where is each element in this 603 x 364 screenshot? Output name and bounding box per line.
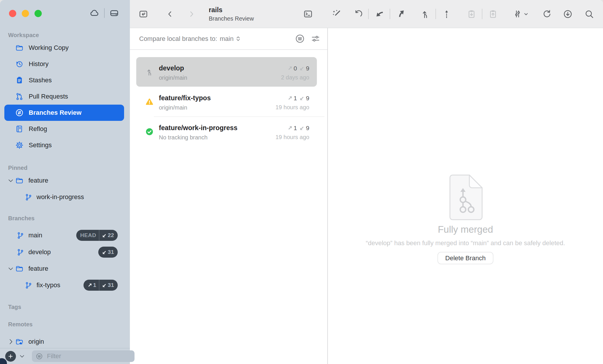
sidebar: Workspace Working Copy History Stashes P…: [0, 0, 130, 364]
zoom-window-button[interactable]: [34, 10, 42, 17]
close-window-button[interactable]: [9, 10, 16, 17]
merge-button[interactable]: [418, 7, 432, 21]
head-label: HEAD: [80, 232, 96, 239]
window-controls: [9, 10, 42, 17]
sidebar-item-pull-requests[interactable]: Pull Requests: [4, 88, 124, 105]
refresh-button[interactable]: [540, 7, 554, 21]
warning-icon: [145, 97, 154, 106]
compare-branch-select[interactable]: main: [220, 35, 241, 43]
back-button[interactable]: [163, 7, 177, 21]
sidebar-branch-main[interactable]: main HEAD 22: [0, 227, 130, 244]
fetch-button[interactable]: [561, 7, 575, 21]
chevron-down-icon[interactable]: [7, 265, 14, 272]
branch-icon: [16, 248, 25, 256]
sidebar-footer: [0, 348, 130, 364]
compare-bar: Compare local branches to: main: [130, 28, 327, 50]
workspace-section-header: Workspace: [0, 30, 130, 40]
sidebar-item-label: Settings: [29, 141, 52, 149]
unstash-button[interactable]: [486, 7, 500, 21]
branch-icon: [16, 231, 25, 240]
push-button[interactable]: [394, 7, 408, 21]
terminal-icon: [303, 9, 313, 19]
sidebar-item-stashes[interactable]: Stashes: [4, 72, 124, 88]
folder-icon: [15, 264, 24, 273]
pinned-branch-work-in-progress[interactable]: work-in-progress: [0, 189, 130, 205]
unstash-icon: [488, 9, 498, 19]
branch-icon: [24, 193, 33, 201]
search-icon: [584, 9, 594, 19]
terminal-button[interactable]: [301, 7, 315, 21]
filter-circle-icon[interactable]: [295, 33, 305, 44]
minimize-window-button[interactable]: [22, 10, 29, 17]
sidebar-filter-field[interactable]: [32, 350, 135, 362]
badge-divider: [99, 280, 99, 291]
sidebar-item-label: History: [29, 60, 48, 68]
tracking-branch: origin/main: [159, 104, 211, 111]
display-options-button[interactable]: [511, 7, 531, 21]
wand-button[interactable]: [329, 7, 343, 21]
sidebar-branch-develop[interactable]: develop 31: [0, 244, 130, 261]
sidebar-item-reflog[interactable]: Reflog: [4, 121, 124, 137]
select-updown-icon: [235, 35, 241, 43]
sidebar-item-working-copy[interactable]: Working Copy: [4, 40, 124, 56]
branch-label: work-in-progress: [37, 193, 84, 201]
branch-document-icon: [448, 174, 483, 221]
sidebar-item-history[interactable]: History: [4, 56, 124, 72]
pull-button[interactable]: [372, 7, 386, 21]
repo-switcher-icon: [138, 9, 148, 19]
branch-icon: [24, 281, 33, 290]
filter-input[interactable]: [46, 352, 131, 360]
repo-title: rails: [209, 6, 254, 14]
behind-arrow-icon: [102, 233, 107, 238]
app-window: Workspace Working Copy History Stashes P…: [0, 0, 603, 364]
merged-state-title: Fully merged: [438, 224, 493, 235]
branch-row-work-in-progress[interactable]: feature/work-in-progress No tracking bra…: [136, 117, 317, 146]
cloud-icon[interactable]: [89, 8, 100, 18]
branch-badge: 1 31: [83, 280, 118, 291]
repo-switcher-button[interactable]: [136, 7, 150, 21]
remotes-section-header: Remotes: [0, 320, 130, 329]
folder-label: feature: [28, 177, 48, 184]
main-area: rails Branches Review: [130, 0, 603, 364]
pinned-folder-feature[interactable]: feature: [0, 172, 130, 189]
sidebar-item-branches-review[interactable]: Branches Review: [4, 105, 124, 121]
sidebar-nav: Workspace Working Copy History Stashes P…: [0, 28, 130, 348]
undo-button[interactable]: [351, 7, 365, 21]
add-button[interactable]: [5, 351, 16, 362]
ahead-arrow-icon: [287, 125, 293, 131]
tracking-branch: origin/main: [159, 74, 187, 81]
last-updated: 19 hours ago: [275, 134, 309, 141]
merged-state-message: “develop” has been fully merged into “ma…: [360, 239, 571, 247]
pinned-section-header: Pinned: [0, 163, 130, 172]
stash-button[interactable]: [464, 7, 478, 21]
sidebar-item-settings[interactable]: Settings: [4, 137, 124, 153]
history-icon: [15, 60, 24, 68]
chevron-down-icon[interactable]: [7, 177, 14, 184]
ahead-count: 1: [93, 282, 96, 288]
ahead-arrow-icon: [87, 283, 92, 288]
branch-row-fix-typos[interactable]: feature/fix-typos origin/main 1 9: [136, 87, 317, 117]
behind-arrow-icon: [102, 283, 107, 288]
ahead-behind-counts: 1 9: [287, 125, 309, 132]
ahead-count: 0: [294, 65, 297, 72]
rebase-button[interactable]: [439, 7, 453, 21]
behind-arrow-icon: [299, 66, 305, 71]
forward-button[interactable]: [184, 7, 198, 21]
search-button[interactable]: [582, 7, 596, 21]
stash-icon: [466, 9, 477, 19]
delete-branch-button[interactable]: Delete Branch: [437, 252, 493, 264]
toolbar-divider: [390, 9, 390, 19]
stashes-icon: [15, 76, 24, 85]
remote-origin[interactable]: origin: [0, 334, 130, 348]
chevron-down-icon[interactable]: [19, 353, 26, 360]
drive-icon[interactable]: [109, 8, 119, 18]
behind-count: 9: [306, 65, 309, 72]
sliders-icon[interactable]: [310, 33, 321, 44]
chevron-right-icon[interactable]: [7, 338, 14, 345]
branches-folder-feature[interactable]: feature: [0, 261, 130, 277]
toolbar-divider: [435, 9, 436, 19]
sidebar-item-label: Pull Requests: [29, 93, 68, 100]
branch-row-develop[interactable]: develop origin/main 0 9: [136, 57, 317, 87]
sidebar-branch-fix-typos[interactable]: fix-typos 1 31: [0, 277, 130, 294]
pull-icon: [374, 9, 384, 19]
